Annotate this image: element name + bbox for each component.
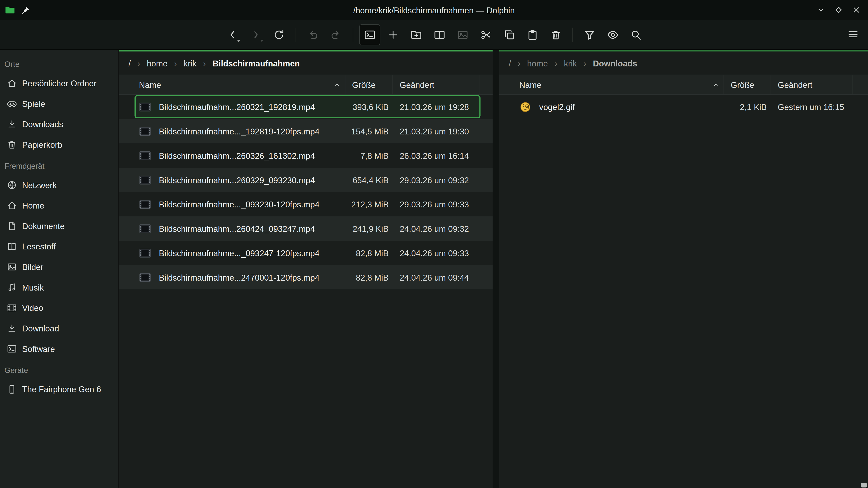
- file-row[interactable]: Bildschirmaufnahm...260329_093230.mp4654…: [119, 168, 493, 192]
- file-name: Bildschirmaufnahme..._093247-120fps.mp4: [159, 248, 320, 258]
- titlebar[interactable]: /home/krik/Bildschirmaufnahmen — Dolphin: [0, 0, 868, 20]
- column-header-modified[interactable]: Geändert: [393, 75, 479, 94]
- pin-icon[interactable]: [21, 5, 31, 15]
- file-row[interactable]: Bildschirmaufnahm...260321_192819.mp4393…: [119, 95, 493, 119]
- file-row[interactable]: vogel2.gif2,1 KiBGestern um 16:15: [499, 95, 868, 119]
- breadcrumb-item-home[interactable]: home: [145, 57, 169, 69]
- breadcrumb: /›home›krik›Bildschirmaufnahmen: [119, 50, 493, 74]
- sidebar-item-persönlicher-ordner[interactable]: Persönlicher Ordner: [0, 73, 119, 94]
- breadcrumb-item-krik[interactable]: krik: [562, 57, 579, 69]
- new-folder-button[interactable]: [405, 24, 427, 45]
- sidebar-item-dokumente[interactable]: Dokumente: [0, 216, 119, 236]
- sidebar-item-netzwerk[interactable]: Netzwerk: [0, 175, 119, 195]
- breadcrumb-item-[interactable]: /: [127, 57, 132, 69]
- home-icon: [6, 200, 17, 211]
- video-file-icon: [138, 174, 152, 186]
- sidebar-item-download[interactable]: Download: [0, 318, 119, 339]
- reload-button[interactable]: [268, 24, 289, 45]
- breadcrumb-item-home[interactable]: home: [526, 57, 550, 69]
- sidebar-item-spiele[interactable]: Spiele: [0, 94, 119, 114]
- preview-button[interactable]: [602, 24, 623, 45]
- sidebar-item-downloads[interactable]: Downloads: [0, 114, 119, 134]
- video-file-icon: [138, 150, 152, 161]
- video-file-icon: [138, 247, 152, 258]
- sidebar-section-geräte: GeräteThe Fairphone Gen 6: [0, 361, 119, 399]
- column-header-size[interactable]: Größe: [345, 75, 393, 94]
- new-button[interactable]: [382, 24, 403, 45]
- sidebar-item-bilder[interactable]: Bilder: [0, 257, 119, 277]
- panel-splitter[interactable]: [493, 50, 499, 488]
- toolbar: [0, 20, 868, 50]
- back-button[interactable]: [222, 24, 243, 45]
- sidebar-item-label: Lesestoff: [22, 242, 56, 251]
- forward-button[interactable]: [245, 24, 266, 45]
- annotate-button[interactable]: [452, 24, 473, 45]
- sidebar-item-software[interactable]: Software: [0, 339, 119, 359]
- filter-button[interactable]: [579, 24, 600, 45]
- toolbar-separator: [352, 27, 353, 42]
- file-row[interactable]: Bildschirmaufnahme..._192819-120fps.mp41…: [119, 119, 493, 143]
- dolphin-window: /home/krik/Bildschirmaufnahmen — Dolphin…: [0, 0, 868, 488]
- search-button[interactable]: [625, 24, 646, 45]
- sidebar-item-home[interactable]: Home: [0, 195, 119, 216]
- video-file-icon: [138, 125, 152, 137]
- trash-icon: [550, 29, 562, 41]
- sidebar-item-the-fairphone-gen-6[interactable]: The Fairphone Gen 6: [0, 379, 119, 400]
- hamburger-menu-button[interactable]: [842, 24, 864, 45]
- sort-ascending-icon: [333, 80, 342, 89]
- breadcrumb-item-downloads[interactable]: Downloads: [591, 57, 639, 69]
- music-icon: [6, 282, 17, 293]
- sidebar-item-musik[interactable]: Musik: [0, 277, 119, 298]
- file-row[interactable]: Bildschirmaufnahme...2470001-120fps.mp48…: [119, 265, 493, 289]
- close-button[interactable]: [849, 3, 864, 17]
- column-header-name[interactable]: Name: [499, 75, 724, 94]
- phone-icon: [6, 384, 17, 395]
- file-name-cell: Bildschirmaufnahme..._093230-120fps.mp4: [119, 198, 346, 210]
- image-icon: [456, 29, 469, 41]
- file-row[interactable]: Bildschirmaufnahme..._093247-120fps.mp48…: [119, 240, 493, 265]
- open-terminal-button[interactable]: [359, 24, 380, 45]
- maximize-button[interactable]: [831, 3, 846, 17]
- breadcrumb-item-krik[interactable]: krik: [182, 57, 198, 69]
- breadcrumb-separator-icon: ›: [583, 58, 586, 68]
- file-name-cell: Bildschirmaufnahme..._093247-120fps.mp4: [119, 247, 346, 258]
- file-size: 212,3 MiB: [345, 199, 393, 209]
- chevron-right-icon: [249, 29, 261, 41]
- toolbar-separator: [296, 27, 296, 42]
- sidebar-item-label: Bilder: [22, 262, 43, 272]
- sidebar-item-lesestoff[interactable]: Lesestoff: [0, 236, 119, 257]
- places-panel: OrtePersönlicher OrdnerSpieleDownloadsPa…: [0, 50, 119, 488]
- sidebar-item-label: Home: [22, 201, 44, 210]
- redo-button[interactable]: [325, 24, 346, 45]
- split-view-button[interactable]: [429, 24, 450, 45]
- window-controls: [814, 3, 868, 17]
- magnifier-icon: [630, 29, 642, 41]
- scrollbar-corner-grip[interactable]: [861, 483, 867, 488]
- sidebar-item-papierkorb[interactable]: Papierkorb: [0, 134, 119, 155]
- delete-button[interactable]: [545, 24, 566, 45]
- copy-button[interactable]: [498, 24, 520, 45]
- column-header-modified[interactable]: Geändert: [771, 75, 852, 94]
- undo-button[interactable]: [302, 24, 323, 45]
- minimize-button[interactable]: [814, 3, 828, 17]
- video-file-icon: [138, 271, 152, 283]
- clipboard-icon: [526, 29, 538, 41]
- file-size: 154,5 MiB: [345, 127, 393, 136]
- column-header-size[interactable]: Größe: [724, 75, 771, 94]
- split-icon: [433, 29, 445, 41]
- file-row[interactable]: Bildschirmaufnahm...260326_161302.mp47,8…: [119, 143, 493, 168]
- undo-icon: [307, 29, 319, 41]
- column-label: Name: [519, 80, 541, 90]
- paste-button[interactable]: [522, 24, 543, 45]
- breadcrumb-item-bildschirmaufnahmen[interactable]: Bildschirmaufnahmen: [211, 57, 301, 69]
- sidebar-item-video[interactable]: Video: [0, 298, 119, 318]
- column-label: Name: [139, 80, 161, 90]
- file-name: Bildschirmaufnahm...260329_093230.mp4: [159, 175, 315, 185]
- cut-button[interactable]: [475, 24, 496, 45]
- breadcrumb-item-[interactable]: /: [507, 57, 513, 69]
- folder-view-left: /›home›krik›BildschirmaufnahmenNameGröße…: [119, 50, 493, 488]
- file-row[interactable]: Bildschirmaufnahme..._093230-120fps.mp42…: [119, 192, 493, 217]
- file-row[interactable]: Bildschirmaufnahm...260424_093247.mp4241…: [119, 217, 493, 241]
- column-header-name[interactable]: Name: [119, 75, 346, 94]
- sidebar-item-label: The Fairphone Gen 6: [22, 385, 101, 394]
